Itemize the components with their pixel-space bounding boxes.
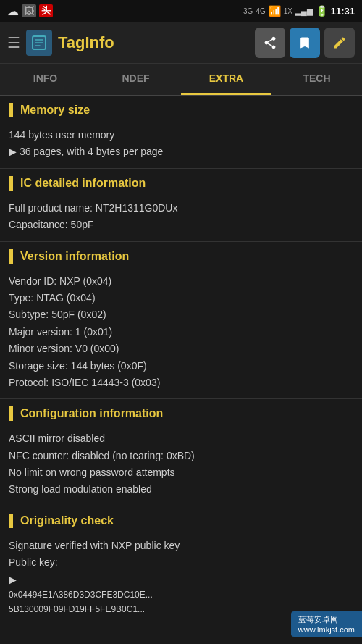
time-display: 11:31 xyxy=(331,6,355,17)
hamburger-menu[interactable]: ☰ xyxy=(7,34,20,51)
section-marker xyxy=(9,406,13,421)
share-button[interactable] xyxy=(255,28,285,58)
version-line-6: Storage size: 144 bytes (0x0F) xyxy=(9,358,353,374)
tab-tech[interactable]: TECH xyxy=(272,64,362,95)
section-body-ic-detailed: Full product name: NT2H1311G0DUx Capacit… xyxy=(0,196,362,242)
signal-bars: ▂▄▆ xyxy=(295,7,313,16)
section-marker xyxy=(9,249,13,264)
section-version-info: Version information Vendor ID: NXP (0x04… xyxy=(0,242,362,400)
version-line-7: Protocol: ISO/IEC 14443-3 (0x03) xyxy=(9,375,353,390)
section-title-memory-size: Memory size xyxy=(20,104,90,117)
cloud-icon: ☁ xyxy=(7,4,19,18)
version-line-4: Major version: 1 (0x01) xyxy=(9,324,353,340)
section-memory-size: Memory size 144 bytes user memory ▶ 36 p… xyxy=(0,96,362,169)
section-originality-check: Originality check Signature verified wit… xyxy=(0,506,362,625)
battery-icon: 🔋 xyxy=(316,5,328,17)
section-marker xyxy=(9,103,13,117)
config-line-1: ASCII mirror disabled xyxy=(9,430,353,446)
wifi-icon: 📶 xyxy=(269,5,281,17)
network-3g: 3G xyxy=(243,7,253,15)
originality-line-4: 0x04494E1A386D3D3CFE3DC10E... xyxy=(9,588,353,602)
tab-bar: INFO NDEF EXTRA TECH xyxy=(0,64,362,96)
originality-line-3: ▶ xyxy=(9,572,353,587)
version-line-5: Minor version: V0 (0x00) xyxy=(9,340,353,356)
network-4g: 4G xyxy=(256,7,265,15)
signal-1x: 1X xyxy=(284,7,292,15)
status-bar: ☁ 🖼 头 3G 4G 📶 1X ▂▄▆ 🔋 11:31 xyxy=(0,0,362,22)
config-line-4: Strong load modulation enabled xyxy=(9,481,353,497)
ic-line-1: Full product name: NT2H1311G0DUx xyxy=(9,200,353,216)
status-left: ☁ 🖼 头 xyxy=(7,4,53,18)
section-header-config-info: Configuration information xyxy=(0,399,362,427)
china-app-icon: 头 xyxy=(39,4,53,17)
section-title-ic-detailed: IC detailed information xyxy=(20,177,146,190)
app-logo xyxy=(26,30,52,56)
config-line-2: NFC counter: disabled (no tearing: 0xBD) xyxy=(9,448,353,464)
section-body-memory-size: 144 bytes user memory ▶ 36 pages, with 4… xyxy=(0,123,362,169)
section-title-config-info: Configuration information xyxy=(20,407,163,420)
section-marker xyxy=(9,514,13,528)
version-line-1: Vendor ID: NXP (0x04) xyxy=(9,273,353,289)
section-ic-detailed: IC detailed information Full product nam… xyxy=(0,169,362,242)
tab-info[interactable]: INFO xyxy=(0,64,90,95)
memory-line-1: 144 bytes user memory xyxy=(9,127,353,143)
bookmark-button[interactable] xyxy=(290,28,320,58)
section-header-version-info: Version information xyxy=(0,242,362,269)
ic-line-2: Capacitance: 50pF xyxy=(9,217,353,233)
status-right: 3G 4G 📶 1X ▂▄▆ 🔋 11:31 xyxy=(243,5,355,17)
content-area: Memory size 144 bytes user memory ▶ 36 p… xyxy=(0,96,362,641)
section-config-info: Configuration information ASCII mirror d… xyxy=(0,399,362,506)
write-button[interactable] xyxy=(324,28,355,58)
tab-ndef[interactable]: NDEF xyxy=(90,64,181,95)
section-body-version-info: Vendor ID: NXP (0x04) Type: NTAG (0x04) … xyxy=(0,269,362,400)
section-header-originality-check: Originality check xyxy=(0,506,362,534)
config-line-3: No limit on wrong password attempts xyxy=(9,464,353,480)
tab-extra[interactable]: EXTRA xyxy=(181,64,272,95)
watermark-line1: 蓝莓安卓网 xyxy=(298,614,355,625)
originality-line-2: Public key: xyxy=(9,554,353,570)
app-header: ☰ TagInfo xyxy=(0,22,362,64)
version-line-2: Type: NTAG (0x04) xyxy=(9,290,353,306)
app-title: TagInfo xyxy=(58,33,255,52)
section-header-ic-detailed: IC detailed information xyxy=(0,169,362,196)
section-title-originality-check: Originality check xyxy=(20,514,114,527)
version-line-3: Subtype: 50pF (0x02) xyxy=(9,306,353,322)
watermark: 蓝莓安卓网 www.lmkjst.com xyxy=(291,611,362,637)
header-actions xyxy=(255,28,355,58)
section-marker xyxy=(9,176,13,191)
watermark-line2: www.lmkjst.com xyxy=(298,625,355,634)
section-title-version-info: Version information xyxy=(20,250,129,263)
image-icon: 🖼 xyxy=(22,4,36,17)
section-body-config-info: ASCII mirror disabled NFC counter: disab… xyxy=(0,427,362,506)
originality-line-1: Signature verified with NXP public key xyxy=(9,538,353,553)
memory-line-2: ▶ 36 pages, with 4 bytes per page xyxy=(9,143,353,159)
section-header-memory-size: Memory size xyxy=(0,96,362,123)
